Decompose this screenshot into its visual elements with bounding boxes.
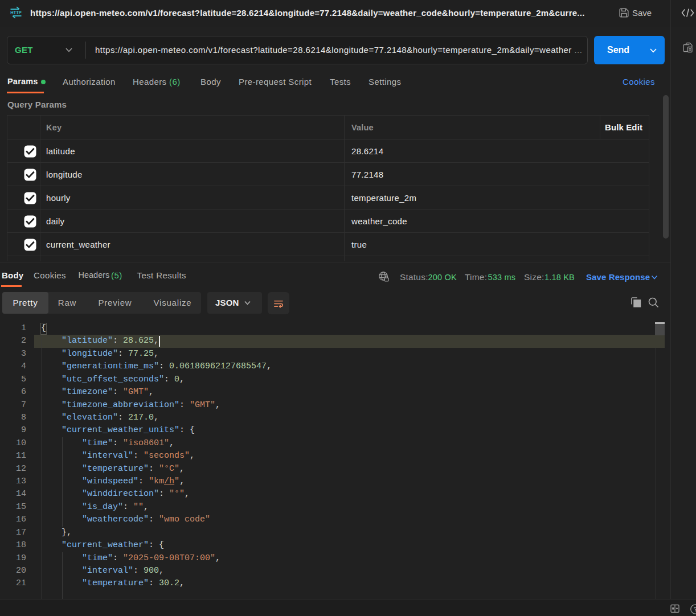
svg-text:?: ?	[694, 606, 696, 613]
svg-text:HTTP: HTTP	[10, 10, 22, 15]
